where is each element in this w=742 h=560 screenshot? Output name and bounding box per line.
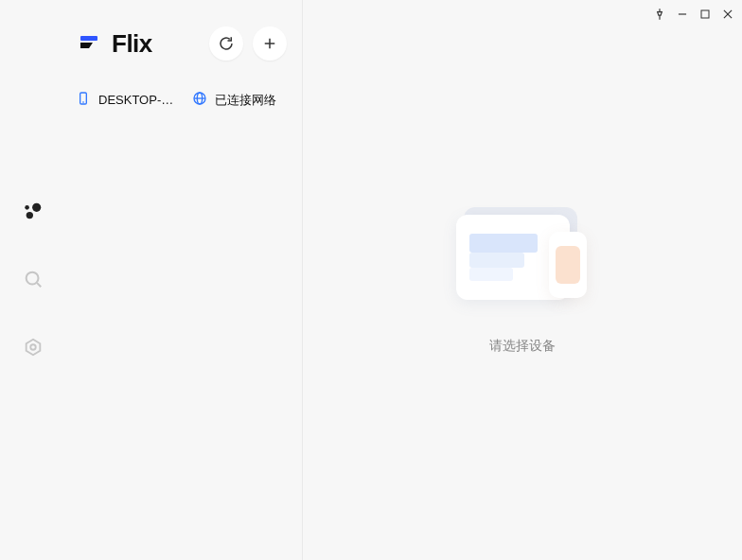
svg-line-8 — [37, 283, 41, 287]
device-icon — [76, 91, 91, 109]
svg-point-7 — [26, 272, 39, 285]
svg-point-5 — [26, 212, 33, 219]
svg-rect-11 — [80, 36, 97, 41]
side-rail — [0, 0, 66, 560]
svg-point-10 — [30, 344, 36, 350]
svg-point-6 — [25, 205, 29, 210]
add-button[interactable] — [253, 26, 287, 61]
main-content: 请选择设备 — [303, 0, 742, 560]
device-panel: Flix DESKTOP-… 已连接网络 — [66, 0, 303, 560]
window-controls — [653, 8, 734, 21]
empty-state-message: 请选择设备 — [489, 338, 556, 355]
svg-rect-1 — [701, 10, 709, 18]
close-icon[interactable] — [721, 8, 734, 21]
app-title: Flix — [112, 29, 152, 59]
network-status[interactable]: 已连接网络 — [192, 91, 276, 109]
globe-icon — [192, 91, 207, 109]
minimize-icon[interactable] — [676, 8, 689, 21]
refresh-button[interactable] — [209, 26, 243, 61]
pin-icon[interactable] — [653, 8, 666, 21]
search-nav-icon[interactable] — [21, 267, 45, 291]
maximize-icon[interactable] — [698, 8, 712, 21]
svg-marker-9 — [26, 340, 41, 356]
device-name-label: DESKTOP-… — [98, 93, 173, 107]
svg-marker-12 — [80, 43, 93, 48]
devices-nav-icon[interactable] — [21, 199, 45, 223]
settings-nav-icon[interactable] — [21, 335, 45, 359]
empty-state-illustration — [456, 205, 589, 300]
svg-point-4 — [32, 203, 41, 212]
network-status-label: 已连接网络 — [215, 92, 276, 109]
app-logo-icon — [78, 32, 100, 55]
device-status[interactable]: DESKTOP-… — [76, 91, 173, 109]
